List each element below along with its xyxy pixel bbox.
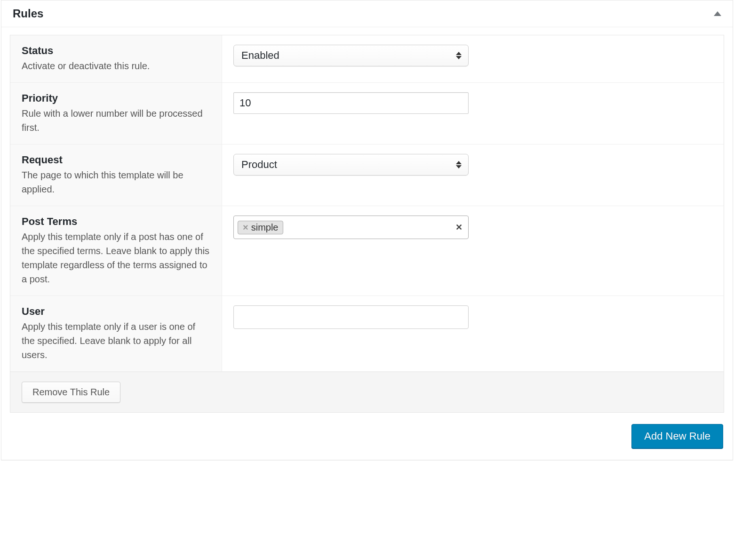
- panel-header: Rules: [1, 0, 733, 27]
- add-new-rule-button[interactable]: Add New Rule: [631, 424, 723, 448]
- tag-text: simple: [251, 222, 279, 233]
- user-input[interactable]: [233, 305, 469, 329]
- panel-toggle-icon[interactable]: [714, 11, 721, 16]
- post-terms-desc: Apply this template only if a post has o…: [22, 230, 210, 286]
- status-desc: Activate or deactivate this rule.: [22, 59, 210, 73]
- status-select[interactable]: Enabled: [233, 45, 469, 66]
- chevron-updown-icon: [456, 52, 462, 59]
- rule-block: Status Activate or deactivate this rule.…: [10, 35, 724, 413]
- label-cell: Request The page to which this template …: [10, 144, 222, 206]
- priority-input[interactable]: 10: [233, 92, 469, 114]
- row-request: Request The page to which this template …: [10, 144, 724, 206]
- priority-label: Priority: [22, 92, 210, 104]
- row-status: Status Activate or deactivate this rule.…: [10, 35, 724, 83]
- priority-desc: Rule with a lower number will be process…: [22, 106, 210, 135]
- add-button-row: Add New Rule: [10, 424, 724, 448]
- label-cell: Status Activate or deactivate this rule.: [10, 35, 222, 82]
- rule-footer: Remove This Rule: [10, 372, 724, 412]
- input-cell: Enabled: [222, 35, 724, 82]
- label-cell: User Apply this template only if a user …: [10, 296, 222, 371]
- input-cell: × simple ✕: [222, 206, 724, 296]
- rules-panel: Rules Status Activate or deactivate this…: [1, 0, 733, 460]
- remove-rule-button[interactable]: Remove This Rule: [22, 382, 120, 403]
- request-label: Request: [22, 154, 210, 166]
- post-terms-label: Post Terms: [22, 216, 210, 228]
- tag-simple: × simple: [238, 221, 283, 234]
- request-select[interactable]: Product: [233, 154, 469, 176]
- user-label: User: [22, 305, 210, 318]
- priority-value: 10: [239, 97, 251, 109]
- label-cell: Priority Rule with a lower number will b…: [10, 83, 222, 144]
- input-cell: Product: [222, 144, 724, 206]
- row-user: User Apply this template only if a user …: [10, 296, 724, 372]
- status-label: Status: [22, 45, 210, 57]
- request-desc: The page to which this template will be …: [22, 168, 210, 196]
- tag-remove-icon[interactable]: ×: [243, 222, 248, 233]
- chevron-updown-icon: [456, 161, 462, 168]
- panel-title: Rules: [13, 7, 43, 20]
- post-terms-input[interactable]: × simple ✕: [233, 216, 469, 239]
- input-cell: 10: [222, 83, 724, 144]
- row-priority: Priority Rule with a lower number will b…: [10, 83, 724, 144]
- clear-icon[interactable]: ✕: [455, 222, 463, 232]
- input-cell: [222, 296, 724, 371]
- panel-body: Status Activate or deactivate this rule.…: [1, 27, 733, 460]
- label-cell: Post Terms Apply this template only if a…: [10, 206, 222, 296]
- request-select-value: Product: [241, 159, 277, 171]
- status-select-value: Enabled: [241, 49, 279, 62]
- row-post-terms: Post Terms Apply this template only if a…: [10, 206, 724, 296]
- user-desc: Apply this template only if a user is on…: [22, 320, 210, 362]
